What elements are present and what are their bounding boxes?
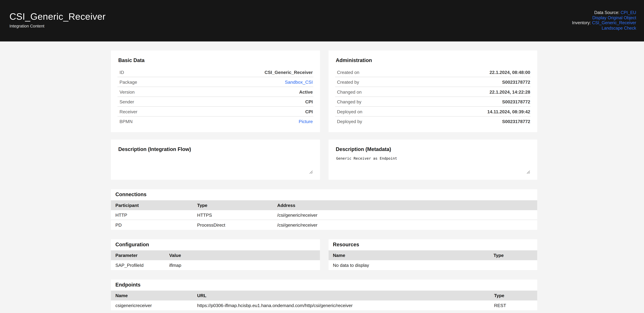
basic-data-title: Basic Data xyxy=(118,57,313,64)
kv-label: Created by xyxy=(337,79,359,84)
inventory-link[interactable]: CSI_Generic_Receiver xyxy=(592,20,636,25)
cell-value: iflmap xyxy=(165,263,320,268)
table-row: SAP_ProfileId iflmap xyxy=(111,260,320,270)
kv-value: 22.1.2024, 08:48:00 xyxy=(490,69,530,74)
title-block: CSI_Generic_Receiver Integration Content xyxy=(10,11,106,28)
cell-parameter: SAP_ProfileId xyxy=(111,263,165,268)
administration-rows: Created on 22.1.2024, 08:48:00 Created b… xyxy=(335,67,530,126)
kv-label: Changed on xyxy=(337,89,362,94)
column-header-participant: Participant xyxy=(111,203,192,208)
resize-grip-icon[interactable] xyxy=(526,170,530,174)
kv-value: CPI xyxy=(305,109,313,114)
package-link[interactable]: Sandbox_CSI xyxy=(285,79,313,84)
main-content: Basic Data ID CSI_Generic_Receiver Packa… xyxy=(111,41,537,310)
administration-title: Administration xyxy=(336,57,530,64)
configuration-title: Configuration xyxy=(111,239,320,250)
kv-label: BPMN xyxy=(120,119,132,124)
description-flow-title: Description (Integration Flow) xyxy=(118,146,313,153)
kv-row-package: Package Sandbox_CSI xyxy=(118,77,313,87)
kv-value: S0023178772 xyxy=(502,79,530,84)
kv-label: Deployed on xyxy=(337,109,362,114)
table-row: PD ProcessDirect /csi/generic/receiver xyxy=(111,220,537,230)
connections-card: Connections Participant Type Address HTT… xyxy=(111,189,537,230)
administration-card: Administration Created on 22.1.2024, 08:… xyxy=(328,50,537,132)
table-row: csigenericreceiver https://p0306-iflmap.… xyxy=(111,301,537,310)
kv-label: Deployed by xyxy=(337,119,362,124)
kv-row-deployed-by: Deployed by S0023178772 xyxy=(335,117,530,126)
landscape-check-line: Landscape Check xyxy=(572,25,636,30)
basic-data-card: Basic Data ID CSI_Generic_Receiver Packa… xyxy=(111,50,320,132)
display-original-object-link[interactable]: Display Original Object xyxy=(592,15,636,20)
resize-grip-icon[interactable] xyxy=(309,170,313,174)
inventory-line: Inventory: CSI_Generic_Receiver xyxy=(572,20,636,25)
cell-name: csigenericreceiver xyxy=(111,303,192,308)
header-links: Data Source: CPI_EU Display Original Obj… xyxy=(572,10,636,30)
cell-type: HTTPS xyxy=(192,212,273,217)
connections-header-row: Participant Type Address xyxy=(111,200,537,210)
kv-label: ID xyxy=(120,69,124,74)
data-source-link[interactable]: CPI_EU xyxy=(620,10,636,15)
kv-label: Sender xyxy=(120,99,134,104)
column-header-url: URL xyxy=(192,293,490,298)
kv-value: S0023178772 xyxy=(502,99,530,104)
resources-title: Resources xyxy=(328,239,537,250)
no-data-text: No data to display xyxy=(328,263,537,268)
endpoints-header-row: Name URL Type xyxy=(111,291,537,301)
kv-label: Package xyxy=(120,79,137,84)
kv-value: CSI_Generic_Receiver xyxy=(264,69,313,74)
kv-value: 14.11.2024, 08:39:42 xyxy=(487,109,530,114)
kv-row-created-on: Created on 22.1.2024, 08:48:00 xyxy=(335,67,530,77)
kv-value: CPI xyxy=(305,99,313,104)
description-metadata-card: Description (Metadata) Generic Receiver … xyxy=(328,139,537,180)
column-header-value: Value xyxy=(165,253,320,258)
column-header-parameter: Parameter xyxy=(111,253,165,258)
kv-row-changed-on: Changed on 22.1.2024, 14:22:28 xyxy=(335,87,530,97)
empty-table-row: No data to display xyxy=(328,260,537,270)
column-header-name: Name xyxy=(328,253,489,258)
configuration-card: Configuration Parameter Value SAP_Profil… xyxy=(111,239,320,270)
kv-label: Version xyxy=(120,89,134,94)
landscape-check-link[interactable]: Landscape Check xyxy=(602,25,636,30)
table-row: HTTP HTTPS /csi/generic/receiver xyxy=(111,210,537,220)
endpoints-title: Endpoints xyxy=(111,280,537,291)
page: CSI_Generic_Receiver Integration Content… xyxy=(0,0,644,313)
kv-row-deployed-on: Deployed on 14.11.2024, 08:39:42 xyxy=(335,107,530,117)
kv-value: 22.1.2024, 14:22:28 xyxy=(490,89,530,94)
cell-type: ProcessDirect xyxy=(192,223,273,228)
app-header: CSI_Generic_Receiver Integration Content… xyxy=(0,0,644,41)
resources-header-row: Name Type xyxy=(328,250,537,260)
cell-address: /csi/generic/receiver xyxy=(273,212,537,217)
cell-type: REST xyxy=(490,303,537,308)
page-title: CSI_Generic_Receiver xyxy=(10,11,106,22)
display-original-line: Display Original Object xyxy=(572,15,636,20)
kv-label: Receiver xyxy=(120,109,137,114)
inventory-label: Inventory: xyxy=(572,20,592,25)
data-source-label: Data Source: xyxy=(594,10,620,15)
kv-row-version: Version Active xyxy=(118,87,313,97)
description-metadata-title: Description (Metadata) xyxy=(336,146,530,153)
connections-title: Connections xyxy=(111,189,537,200)
data-source-line: Data Source: CPI_EU xyxy=(572,10,636,15)
cell-address: /csi/generic/receiver xyxy=(273,223,537,228)
bpmn-picture-link[interactable]: Picture xyxy=(299,119,313,124)
configuration-header-row: Parameter Value xyxy=(111,250,320,260)
kv-row-id: ID CSI_Generic_Receiver xyxy=(118,67,313,77)
column-header-name: Name xyxy=(111,293,192,298)
cell-participant: PD xyxy=(111,223,192,228)
column-header-type: Type xyxy=(192,203,273,208)
description-metadata-textarea[interactable]: Generic Receiver as Endpoint xyxy=(335,155,530,173)
cell-participant: HTTP xyxy=(111,212,192,217)
kv-label: Changed by xyxy=(337,99,362,104)
kv-row-changed-by: Changed by S0023178772 xyxy=(335,97,530,107)
description-flow-card: Description (Integration Flow) xyxy=(111,139,320,180)
column-header-type: Type xyxy=(489,253,537,258)
kv-label: Created on xyxy=(337,69,360,74)
kv-row-bpmn: BPMN Picture xyxy=(118,117,313,126)
cell-url: https://p0306-iflmap.hcisbp.eu1.hana.ond… xyxy=(192,303,490,308)
kv-value: S0023178772 xyxy=(502,119,530,124)
basic-data-rows: ID CSI_Generic_Receiver Package Sandbox_… xyxy=(118,67,313,126)
resources-card: Resources Name Type No data to display xyxy=(328,239,537,270)
description-flow-textarea[interactable] xyxy=(118,155,313,173)
kv-value: Active xyxy=(299,89,313,94)
kv-row-sender: Sender CPI xyxy=(118,97,313,107)
